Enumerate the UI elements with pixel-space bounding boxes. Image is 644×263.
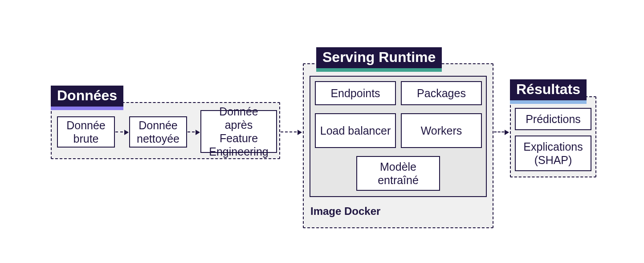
arrow-icon (494, 132, 508, 132)
box-packages: Packages (401, 81, 482, 105)
box-label: Packages (417, 86, 466, 100)
group-donnees-title: Données (51, 86, 123, 107)
group-runtime-title: Serving Runtime (316, 47, 442, 68)
box-predictions: Prédictions (515, 108, 591, 130)
box-modele-entraine: Modèle entraîné (356, 156, 440, 191)
box-label: Endpoints (330, 86, 380, 100)
box-label: Explications (SHAP) (519, 140, 587, 167)
diagram-canvas: Données Donnée brute Donnée nettoyée Don… (0, 0, 644, 263)
box-donnee-feature-eng: Donnée après Feature Engineering (200, 110, 277, 153)
box-donnee-nettoyee: Donnée nettoyée (129, 116, 187, 148)
box-load-balancer: Load balancer (315, 113, 396, 148)
box-donnee-brute: Donnée brute (57, 116, 115, 148)
arrow-icon (115, 132, 128, 132)
box-explications-shap: Explications (SHAP) (515, 136, 591, 171)
box-label: Prédictions (526, 112, 581, 126)
box-label: Load balancer (320, 124, 391, 137)
arrow-icon (187, 132, 199, 132)
box-label: Modèle entraîné (361, 160, 436, 187)
box-label: Donnée brute (61, 119, 110, 145)
caption-image-docker: Image Docker (310, 205, 380, 218)
group-results-title: Résultats (510, 79, 587, 100)
box-label: Donnée nettoyée (134, 119, 183, 145)
box-endpoints: Endpoints (315, 81, 396, 105)
box-label: Workers (421, 124, 462, 137)
box-workers: Workers (401, 113, 482, 148)
arrow-icon (281, 132, 301, 132)
box-label: Donnée après Feature Engineering (205, 105, 273, 158)
